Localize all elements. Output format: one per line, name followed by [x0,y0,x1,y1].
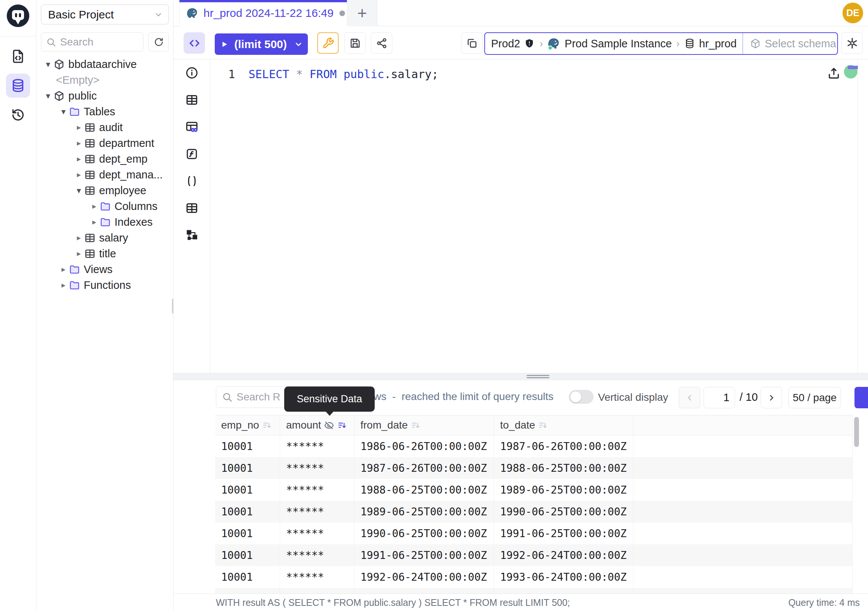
er-table-icon[interactable] [184,119,200,135]
table-cell[interactable] [633,588,852,593]
tree-item-dept-emp[interactable]: ▸dept_emp [36,151,174,167]
vertical-display-toggle[interactable] [569,390,594,404]
tree-item-bbdataarchive[interactable]: ▾bbdataarchive [36,56,174,72]
tree-item-title[interactable]: ▸title [36,246,174,261]
sort-icon[interactable] [337,420,347,430]
rail-item-database[interactable] [6,74,30,98]
column-header-empty[interactable] [633,416,852,435]
caret-down-icon[interactable]: ▾ [59,104,68,120]
table-row[interactable]: 10001******1988-06-25T00:00:00Z1989-06-2… [215,479,852,501]
table-cell[interactable]: ****** [280,501,354,523]
batch-query-button[interactable] [461,32,482,54]
column-header-to_date[interactable]: to_date [494,416,633,435]
function-icon[interactable] [184,146,200,162]
table-cell[interactable]: ****** [280,457,354,479]
table-cell[interactable]: 10001 [215,501,280,523]
table-cell[interactable] [633,479,852,501]
table-cell[interactable]: 10001 [215,588,280,593]
table-icon[interactable] [184,200,200,216]
table-cell[interactable]: ****** [280,588,354,593]
table-cell[interactable]: 1988-06-25T00:00:00Z [494,457,633,479]
next-page-button[interactable] [761,387,782,408]
table-cell[interactable]: 1986-06-26T00:00:00Z [354,435,494,457]
table-cell[interactable]: ****** [280,566,354,588]
page-number-input[interactable] [704,387,735,408]
project-selector[interactable]: Basic Project [41,5,169,25]
caret-right-icon[interactable]: ▸ [59,277,68,293]
table-cell[interactable]: 1992-06-24T00:00:00Z [494,544,633,566]
tree-item-employee[interactable]: ▾employee [36,183,174,198]
table-cell[interactable]: 1988-06-25T00:00:00Z [354,479,494,501]
table-row[interactable]: 10001******1987-06-26T00:00:00Z1988-06-2… [215,457,852,479]
table-cell[interactable]: 10001 [215,566,280,588]
ai-assistant-button[interactable] [841,32,863,54]
caret-down-icon[interactable]: ▾ [43,56,53,72]
table-cell[interactable]: 1987-06-26T00:00:00Z [494,435,633,457]
upload-icon[interactable] [827,66,841,81]
sql-editor[interactable]: 1 SELECT * FROM public.salary; [174,59,868,373]
tree-item-columns[interactable]: ▸Columns [36,198,174,214]
tree-item-public[interactable]: ▾public [36,88,174,104]
parentheses-icon[interactable] [184,173,200,189]
table-cell[interactable]: 1989-06-25T00:00:00Z [494,479,633,501]
table-cell[interactable] [633,435,852,457]
table-cell[interactable]: 1987-06-26T00:00:00Z [354,457,494,479]
bytebase-logo[interactable] [7,5,29,27]
avatar[interactable]: DE [842,3,863,23]
rail-item-history[interactable] [6,103,30,127]
panel-splitter[interactable] [174,373,868,380]
run-query-button[interactable]: (limit 500) [215,33,308,55]
table-row[interactable]: 10001******1993-06-24T00:00:00Z1994-06-2… [215,588,852,593]
column-header-from_date[interactable]: from_date [354,416,494,435]
tree-item-functions[interactable]: ▸Functions [36,277,174,293]
table-cell[interactable]: 1993-06-24T00:00:00Z [354,588,494,593]
eye-off-icon[interactable] [324,420,334,430]
tab-hr-prod[interactable]: hr_prod 2024-11-22 16:49 [179,0,347,26]
caret-right-icon[interactable]: ▸ [59,261,68,277]
prev-page-button[interactable] [679,387,700,408]
caret-right-icon[interactable]: ▸ [74,120,84,135]
save-button[interactable] [344,32,366,54]
table-row[interactable]: 10001******1992-06-24T00:00:00Z1993-06-2… [215,566,852,588]
refresh-button[interactable] [148,32,169,51]
column-header-amount[interactable]: amount [280,416,354,435]
caret-right-icon[interactable]: ▸ [89,214,99,230]
table-cell[interactable]: 10001 [215,479,280,501]
caret-right-icon[interactable]: ▸ [74,246,84,261]
tree-item-tables[interactable]: ▾Tables [36,104,174,120]
caret-down-icon[interactable]: ▾ [43,88,53,104]
sort-icon[interactable] [262,420,272,430]
share-button[interactable] [371,32,392,54]
format-sql-button[interactable] [317,32,339,54]
table-cell[interactable]: ****** [280,435,354,457]
sidebar-search-input[interactable] [60,36,138,48]
table-cell[interactable] [633,566,852,588]
sort-icon[interactable] [538,420,548,430]
table-row[interactable]: 10001******1990-06-25T00:00:00Z1991-06-2… [215,523,852,544]
caret-right-icon[interactable]: ▸ [74,151,84,167]
table-cell[interactable] [633,544,852,566]
tree-item--empty-[interactable]: <Empty> [36,72,174,88]
code-area[interactable]: 1 SELECT * FROM public.salary; [210,59,868,373]
tree-item-dept-mana-[interactable]: ▸dept_mana... [36,167,174,183]
table-row[interactable]: 10001******1991-06-25T00:00:00Z1992-06-2… [215,544,852,566]
new-tab-button[interactable]: + [347,0,377,26]
table-cell[interactable]: 1990-06-25T00:00:00Z [494,501,633,523]
select-schema-button[interactable]: Select schema [742,33,838,54]
tree-item-salary[interactable]: ▸salary [36,230,174,246]
table-cell[interactable] [633,523,852,544]
column-header-emp_no[interactable]: emp_no [215,416,280,435]
table-cell[interactable]: 1989-06-25T00:00:00Z [354,501,494,523]
sql-mode-button[interactable] [184,32,205,54]
rail-item-worksheet[interactable] [6,44,30,68]
tree-item-indexes[interactable]: ▸Indexes [36,214,174,230]
export-button[interactable] [854,387,868,408]
sidebar-search[interactable] [41,32,143,51]
table-row[interactable]: 10001******1989-06-25T00:00:00Z1990-06-2… [215,501,852,523]
table-cell[interactable]: 10001 [215,523,280,544]
table-cell[interactable]: 1991-06-25T00:00:00Z [494,523,633,544]
connection-context[interactable]: Prod2 › Prod Sample Instance › hr_prod [485,33,742,54]
info-icon[interactable] [184,65,200,81]
page-size-select[interactable]: 50 / page [788,387,841,408]
caret-right-icon[interactable]: ▸ [74,135,84,151]
